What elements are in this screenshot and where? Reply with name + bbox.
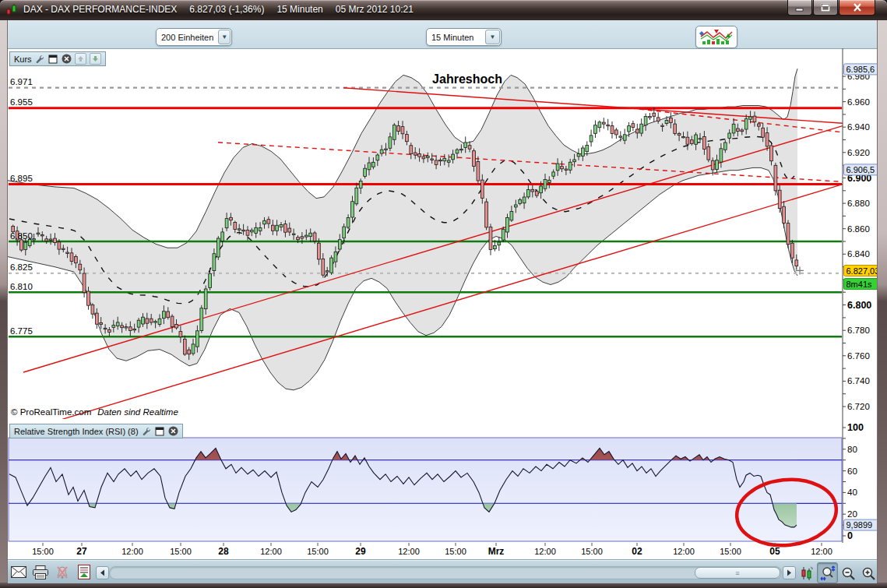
annotation-jahreshoch[interactable]: Jahreshoch [432, 72, 502, 86]
chevron-down-icon[interactable]: ▼ [218, 30, 231, 44]
close-button[interactable] [839, 0, 875, 16]
candle-body [276, 225, 279, 231]
price-badge-label: 6.906,5 [847, 165, 875, 174]
candle-body [468, 146, 471, 150]
candle-body [24, 242, 27, 249]
candle-body [171, 316, 174, 326]
timeframe-dropdown[interactable]: 15 Minuten ▼ [426, 28, 502, 46]
candle-body [221, 232, 224, 241]
candle-body [255, 227, 258, 233]
indicators-button[interactable] [695, 26, 737, 48]
candle-body [116, 322, 119, 326]
rsi-axis-label: 0 [847, 530, 853, 541]
candle-body [577, 153, 580, 157]
time-scrollbar-thumb[interactable]: ≡ [695, 567, 780, 579]
candle-body [216, 238, 220, 257]
chart-settings-button[interactable] [797, 563, 816, 583]
candle-body [246, 231, 249, 236]
candle-body [594, 125, 597, 134]
zoom-out-button[interactable] [839, 564, 858, 583]
countdown-badge-label: 8m41s [847, 280, 873, 289]
candle-body [359, 181, 362, 188]
restore-button[interactable] [813, 0, 838, 16]
print-button[interactable] [32, 565, 49, 579]
candle-body [653, 113, 656, 116]
email-button[interactable] [11, 566, 26, 578]
chart-canvas[interactable]: Jahreshoch6.9716.9556.8956.8506.8256.810… [8, 48, 877, 559]
candle-body [326, 271, 329, 272]
candle-body [347, 218, 350, 228]
time-axis-label: 02 [632, 546, 642, 557]
candle-body [95, 313, 98, 324]
alerts-disabled-button[interactable] [55, 565, 69, 579]
candle-body [695, 135, 698, 144]
candle-body [192, 344, 195, 354]
close-panel-icon[interactable] [168, 426, 178, 436]
candle-body [552, 172, 555, 176]
scroll-left-button[interactable] [96, 566, 109, 579]
candle-body [602, 122, 605, 124]
time-axis-label: 12:00 [260, 547, 282, 556]
candle-body [121, 326, 124, 328]
app-candlestick-icon [5, 3, 19, 17]
candle-body [460, 149, 463, 150]
arrow-right-icon [787, 569, 792, 576]
window-frame-bottom [0, 583, 887, 588]
candle-body [392, 125, 396, 140]
candle-body [45, 239, 48, 241]
time-axis-label: 27 [76, 546, 87, 557]
candle-body [372, 162, 375, 167]
title-instrument: DAX - DAX PERFORMANCE-INDEX [23, 4, 177, 15]
rsi-panel-header[interactable]: Relative Strength Index (RSI) (8) [9, 424, 183, 438]
candle-body [137, 320, 140, 327]
candle-body [196, 331, 199, 347]
candle-body [304, 235, 308, 237]
wrench-icon[interactable] [35, 54, 45, 64]
rsi-badge-label: 9,9899 [847, 520, 873, 530]
candle-body [313, 233, 316, 241]
title-bar[interactable]: DAX - DAX PERFORMANCE-INDEX6.827,03 (-1,… [0, 0, 887, 20]
candle-body [544, 179, 547, 188]
candle-body [678, 134, 681, 136]
move-panel-down-icon[interactable] [90, 53, 101, 65]
candle-body [158, 319, 161, 324]
candle-body [615, 130, 618, 135]
candle-body [635, 129, 639, 133]
candle-body [586, 146, 589, 152]
price-axis-label: 6.940 [847, 122, 870, 132]
chevron-down-icon[interactable]: ▼ [485, 30, 500, 44]
candle-body [598, 122, 601, 128]
price-panel-header[interactable]: Kurs [9, 51, 106, 66]
time-axis-label: 15:00 [445, 547, 466, 556]
candle-body [225, 219, 228, 228]
detach-window-icon[interactable] [155, 426, 165, 436]
scroll-right-button[interactable] [783, 566, 796, 579]
candle-body [128, 327, 132, 331]
units-dropdown[interactable]: 200 Einheiten ▼ [156, 28, 232, 46]
realtime-note: Daten sind Realtime [97, 407, 178, 417]
zoom-pan-tool-button[interactable] [817, 562, 838, 583]
move-panel-up-icon[interactable] [75, 53, 86, 65]
time-scrollbar-track[interactable]: ≡ [109, 566, 782, 579]
candle-body [711, 160, 714, 170]
candle-body [535, 191, 538, 195]
candle-body [720, 149, 723, 162]
rsi-plot-background [9, 438, 842, 541]
candle-body [665, 121, 668, 124]
candle-body [100, 323, 103, 325]
zoom-in-button[interactable] [859, 564, 878, 583]
close-panel-icon[interactable] [62, 54, 72, 64]
candle-body [418, 153, 421, 157]
candle-body [686, 137, 689, 144]
price-axis-label: 6.880 [847, 199, 870, 208]
wrench-icon[interactable] [142, 426, 152, 436]
detach-window-icon[interactable] [48, 54, 58, 64]
candle-body [167, 312, 170, 318]
report-button[interactable] [78, 565, 90, 579]
candle-body [322, 259, 325, 276]
minimize-button[interactable] [787, 0, 812, 16]
candle-body [200, 308, 203, 331]
printer-icon [32, 565, 49, 579]
candle-body [58, 242, 61, 249]
zoom-in-icon [861, 566, 876, 581]
